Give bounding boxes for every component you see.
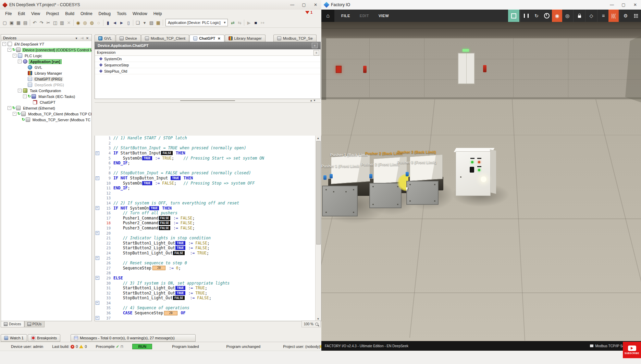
tree-item-device-connected-codesys-con[interactable]: -↻Device [connected] (CODESYS Control Wi… <box>1 47 91 53</box>
tree-item-modbus-tcp-server-modbus-tc[interactable]: ↻Modbus_TCP_Server (Modbus TC <box>1 117 91 123</box>
tree-expander-icon[interactable]: - <box>13 112 16 116</box>
menu-project[interactable]: Project <box>43 10 62 17</box>
tree-expander-icon[interactable]: - <box>18 60 22 63</box>
close-icon[interactable]: ✕ <box>310 1 321 9</box>
find-icon[interactable]: ◉ <box>75 19 82 26</box>
find-incremental-icon[interactable]: ◎ <box>82 19 88 26</box>
time-scale-icon[interactable] <box>542 10 552 22</box>
build-config-icon[interactable]: ▾ <box>141 19 148 26</box>
menu-file[interactable]: File <box>2 10 15 17</box>
devices-panel-header[interactable]: Devices ▾ ⊣ ✕ <box>1 34 92 42</box>
new-file-icon[interactable]: ▢ <box>1 19 8 26</box>
menu-online[interactable]: Online <box>77 10 96 17</box>
run-icon[interactable]: ▶ <box>245 19 252 26</box>
cut-icon[interactable]: ✂ <box>45 19 52 26</box>
paste-icon[interactable]: ▥ <box>59 19 65 26</box>
tree-item-plc-logic[interactable]: -PLC Logic <box>1 53 91 59</box>
undo-icon[interactable]: ↶ <box>31 19 38 26</box>
lock-icon[interactable] <box>574 10 584 22</box>
signal-icon[interactable]: |(( <box>608 10 619 22</box>
fold-toggle-icon[interactable]: − <box>96 256 99 260</box>
minimize-icon[interactable]: — <box>286 1 298 9</box>
replace-incremental-icon[interactable]: ◌ <box>95 19 102 26</box>
editor-scrollbar[interactable]: ▲ ▼ <box>315 136 321 321</box>
tree-item-library-manager[interactable]: Library Manager <box>1 70 91 76</box>
fold-toggle-icon[interactable]: − <box>96 176 99 180</box>
tree-item-application-run-[interactable]: -Application [run] <box>1 59 91 64</box>
stop-square-icon[interactable] <box>508 10 519 22</box>
tree-expander-icon[interactable]: - <box>23 95 27 98</box>
close-icon[interactable]: ✕ <box>629 1 641 9</box>
editor-options-icon[interactable]: ≡ <box>312 43 318 48</box>
close-panel-icon[interactable]: ✕ <box>85 36 90 40</box>
code-editor[interactable]: 1// 1) Handle START / STOP latch23// Sta… <box>95 136 321 321</box>
fold-toggle-icon[interactable]: − <box>96 301 99 305</box>
scroll-up-icon[interactable]: ▲ <box>316 136 321 140</box>
bookmark-icon[interactable]: ▮ <box>104 19 111 26</box>
pause-icon[interactable] <box>521 10 531 22</box>
camera-home-icon[interactable]: ⌂ <box>321 10 334 22</box>
watch-row-sequencestep[interactable]: SequenceStep <box>95 62 320 68</box>
login-icon[interactable]: ⇄ <box>229 19 236 26</box>
logout-icon[interactable]: ⇆ <box>236 19 243 26</box>
view-tab-messages[interactable]: Messages - Total 0 error(s), 0 warning(s… <box>71 334 196 342</box>
copy-icon[interactable]: ◫ <box>52 19 59 26</box>
menu-help[interactable]: Help <box>150 10 165 17</box>
tree-item-chatgpt[interactable]: ChatGPT <box>1 99 91 105</box>
camera-mode-icon[interactable]: ◎ <box>562 10 572 22</box>
scene-viewport[interactable]: Pusher 1 (Back LimitPusher 2 (Back Limit… <box>321 22 641 341</box>
window-list-icon[interactable]: ❑ <box>134 19 141 26</box>
menu-edit[interactable]: Edit <box>15 10 28 17</box>
menu-build[interactable]: Build <box>62 10 77 17</box>
fold-toggle-icon[interactable]: − <box>96 316 99 320</box>
fold-toggle-icon[interactable]: − <box>96 276 99 280</box>
tree-item-gvl[interactable]: GVL <box>1 64 91 70</box>
fold-toggle-icon[interactable]: − <box>96 231 99 235</box>
watch-row-stepplus_old[interactable]: StepPlus_Old <box>95 68 320 74</box>
step-icon[interactable]: ↦ <box>259 19 266 26</box>
menu-debug[interactable]: Debug <box>96 10 114 17</box>
tree-item-task-configuration[interactable]: -Task Configuration <box>1 88 91 93</box>
codesys-titlebar[interactable]: EN DeepSeek YT.project* - CODESYS — ▢ ✕ <box>0 0 321 10</box>
tab-device[interactable]: Device <box>116 35 141 42</box>
tab-gvl[interactable]: GVL <box>95 35 115 42</box>
view-tab-watch[interactable]: Watch 1 <box>1 334 27 342</box>
redo-icon[interactable]: ↷ <box>38 19 45 26</box>
panel-menu-icon[interactable]: ▾ <box>74 36 79 40</box>
tab-library-manager[interactable]: Library Manager <box>225 35 266 42</box>
selector-switch[interactable] <box>470 167 474 173</box>
watch-options-icon[interactable]: ≡ <box>313 50 319 55</box>
tab-modbus-tcp-se[interactable]: Modbus_TCP_Se <box>273 35 317 42</box>
bookmark-clear-icon[interactable]: ▯ <box>125 19 132 26</box>
delete-icon[interactable]: ✕ <box>65 19 72 26</box>
view-tab-breakpoints[interactable]: Breakpoints <box>28 334 60 342</box>
settings-icon[interactable]: ⚙ <box>620 10 631 22</box>
close-tab-icon[interactable]: ✕ <box>218 37 220 40</box>
maximize-icon[interactable]: ▢ <box>618 1 629 9</box>
tree-expander-icon[interactable]: - <box>2 42 6 46</box>
tree-item-modbus-tcp-client-modbus-tcp[interactable]: -↻Modbus_TCP_Client (Modbus TCP Clie <box>1 111 91 117</box>
tree-expander-icon[interactable]: - <box>18 89 22 92</box>
tree-expander-icon[interactable]: - <box>13 54 16 58</box>
tree-item-deepseek-prg-[interactable]: DeepSeek (PRG) <box>1 82 91 88</box>
record-icon[interactable]: ◉ <box>552 10 562 22</box>
replace-icon[interactable]: ◍ <box>88 19 95 26</box>
tree-item-en-deepseek-yt[interactable]: -EN DeepSeek YT <box>1 41 91 47</box>
fold-toggle-icon[interactable]: − <box>96 151 99 155</box>
reset-icon[interactable]: ↻ <box>531 10 542 22</box>
pin-icon[interactable]: ⊣ <box>79 36 85 40</box>
editor-splitter[interactable]: ▲▼ <box>95 99 321 103</box>
calendar-icon[interactable]: ▦ <box>155 19 162 26</box>
fio-menu-file[interactable]: FILE <box>336 14 355 18</box>
tree-item-maintask-iec-tasks-[interactable]: -↻MainTask (IEC-Tasks) <box>1 93 91 99</box>
tab-chatgpt[interactable]: ChatGPT✕ <box>189 35 224 42</box>
stop-icon[interactable]: ■ <box>252 19 259 26</box>
bookmark-prev-icon[interactable]: ◄ <box>111 19 118 26</box>
focus-icon[interactable]: ◇ <box>586 10 596 22</box>
maximize-icon[interactable]: ▢ <box>298 1 310 9</box>
notification-filter[interactable]: 1 <box>305 10 312 14</box>
save-icon[interactable]: ▦ <box>15 19 22 26</box>
new-page-icon[interactable]: ▧ <box>148 19 155 26</box>
open-icon[interactable]: ▣ <box>8 19 15 26</box>
scene-list-icon[interactable]: ≡ <box>598 10 608 22</box>
